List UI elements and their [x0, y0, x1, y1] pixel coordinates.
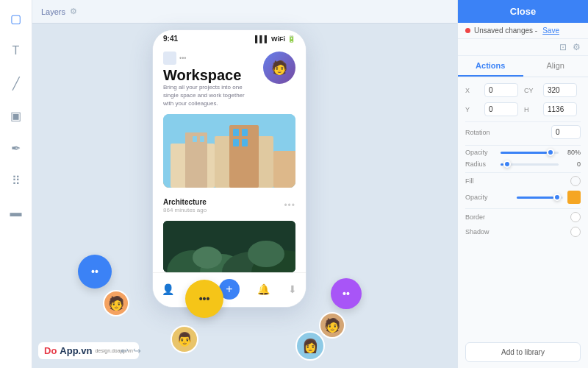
- tool-frame[interactable]: ▬: [7, 203, 26, 222]
- avatar-3: 🧑: [319, 312, 345, 339]
- avatar: 🧑: [263, 52, 295, 84]
- tool-square[interactable]: ▢: [7, 9, 26, 28]
- h-input[interactable]: [543, 102, 577, 116]
- border-label: Border: [465, 213, 570, 221]
- h-label: H: [524, 106, 540, 113]
- opacity-thumb[interactable]: [547, 149, 554, 156]
- fill-label: Fill: [465, 177, 566, 185]
- divider-2: [465, 145, 581, 146]
- opacity2-label: Opacity: [465, 194, 512, 201]
- xy-row-1: X CY: [465, 83, 581, 97]
- radius-label: Radius: [465, 160, 496, 168]
- opacity2-thumb[interactable]: [553, 194, 561, 201]
- chat-bubble-purple: ••: [331, 278, 362, 309]
- border-row: Border: [465, 212, 581, 222]
- arrow-right[interactable]: ↪: [133, 345, 141, 356]
- status-icons: ▌▌▌ WiFi 🔋: [255, 35, 295, 43]
- phone-content: ••• Workspace Bring all your projects in…: [153, 44, 306, 272]
- radius-value: 0: [563, 160, 581, 168]
- avatar-2: 👨: [171, 325, 198, 353]
- nav-home[interactable]: 👤: [162, 283, 174, 295]
- opacity2-row: Opacity: [465, 191, 581, 204]
- tool-pencil[interactable]: ╱: [7, 74, 26, 93]
- more-options[interactable]: •••: [284, 200, 295, 210]
- xy-row-2: Y H: [465, 102, 581, 116]
- battery-icon: 🔋: [287, 35, 295, 43]
- bottom-arrows: ↩ ↪: [121, 345, 141, 356]
- tool-text[interactable]: T: [7, 41, 26, 60]
- avatar-1: 🧑: [103, 290, 129, 316]
- cy-input[interactable]: [543, 83, 577, 97]
- tool-image[interactable]: ▣: [7, 106, 26, 125]
- opacity-label: Opacity: [465, 149, 496, 156]
- shadow-row: Shadow: [465, 227, 581, 237]
- svg-rect-7: [242, 129, 248, 136]
- svg-point-18: [248, 241, 284, 267]
- svg-rect-11: [200, 136, 204, 142]
- svg-rect-6: [233, 129, 239, 136]
- cy-label: CY: [524, 87, 540, 94]
- unsaved-bar: Unsaved changes - Save: [458, 23, 588, 39]
- opacity-value: 80%: [563, 149, 581, 156]
- tab-align[interactable]: Align: [523, 56, 589, 77]
- chat-bubble-blue: ••: [78, 255, 112, 289]
- opacity-fill: [501, 152, 547, 154]
- gear-icon[interactable]: ⚙: [70, 7, 77, 16]
- status-time: 9:41: [163, 35, 178, 43]
- card-row: Architecture 864 minutes ago •••: [163, 194, 295, 218]
- shadow-toggle[interactable]: [570, 227, 581, 237]
- signal-icon: ▌▌▌: [255, 35, 269, 43]
- panel-tabs: Actions Align: [458, 56, 588, 77]
- fill-color-box[interactable]: [567, 191, 581, 204]
- architecture-image: [163, 114, 295, 188]
- chat-bubble-yellow: •••: [185, 280, 223, 318]
- svg-rect-9: [242, 139, 248, 146]
- wm-do: Do: [44, 345, 57, 356]
- fill-circle[interactable]: [570, 176, 581, 186]
- divider-4: [465, 208, 581, 209]
- wifi-icon: WiFi: [271, 35, 285, 43]
- save-link[interactable]: Save: [542, 26, 559, 35]
- plant-image: [163, 221, 295, 272]
- status-bar: 9:41 ▌▌▌ WiFi 🔋: [153, 30, 306, 44]
- phone-mockup: 9:41 ▌▌▌ WiFi 🔋 ••• Workspace Bring all …: [152, 29, 306, 308]
- rotation-label: Rotation: [465, 129, 548, 136]
- panel-icon-2[interactable]: ⚙: [573, 42, 581, 52]
- rotation-input[interactable]: [551, 125, 581, 139]
- unsaved-dot: [465, 28, 470, 33]
- bubble-dots-purple: ••: [343, 288, 350, 300]
- panel-icons-row: ⊡ ⚙: [458, 39, 588, 56]
- unsaved-text: Unsaved changes -: [474, 26, 537, 35]
- bubble-dots-yellow: •••: [199, 293, 210, 305]
- y-label: Y: [465, 106, 481, 113]
- svg-rect-5: [273, 151, 295, 188]
- layer-label: Layers: [41, 7, 65, 16]
- phone-title: Workspace: [163, 67, 257, 83]
- radius-track[interactable]: [501, 163, 559, 166]
- tab-actions[interactable]: Actions: [458, 56, 523, 77]
- close-button[interactable]: Close: [458, 0, 588, 23]
- opacity2-track[interactable]: [517, 197, 564, 199]
- card-label: Architecture: [163, 198, 207, 206]
- nav-download[interactable]: ⬇: [288, 283, 297, 295]
- opacity-track[interactable]: [501, 152, 559, 154]
- tool-grid[interactable]: ⠿: [7, 171, 26, 190]
- bubble-dots-blue: ••: [91, 266, 98, 277]
- arrow-left[interactable]: ↩: [121, 345, 129, 356]
- card-sub: 864 minutes ago: [163, 207, 207, 213]
- opacity2-fill: [517, 197, 554, 199]
- nav-notif[interactable]: 🔔: [257, 283, 270, 295]
- divider-3: [465, 172, 581, 173]
- x-input[interactable]: [484, 83, 518, 97]
- add-library-button[interactable]: Add to library: [465, 342, 581, 362]
- tool-pen[interactable]: ✒: [7, 138, 26, 158]
- divider-1: [465, 121, 581, 122]
- panel-icon-1[interactable]: ⊡: [559, 42, 567, 52]
- radius-row: Radius 0: [465, 160, 581, 168]
- radius-thumb[interactable]: [503, 160, 511, 168]
- border-toggle[interactable]: [570, 212, 581, 222]
- avatar-4: 👩: [295, 331, 325, 361]
- y-input[interactable]: [484, 102, 518, 116]
- svg-rect-8: [233, 139, 239, 146]
- right-panel: Close Unsaved changes - Save ⊡ ⚙ Actions…: [457, 0, 588, 368]
